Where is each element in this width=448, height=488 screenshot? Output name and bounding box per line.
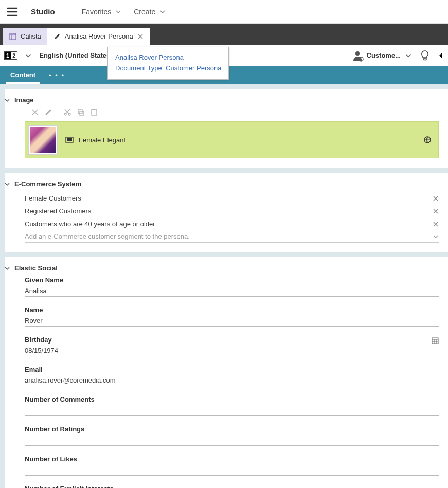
field-given-name: Given Name [25,276,439,297]
field-name: Name [25,306,439,327]
given-name-input[interactable] [25,285,439,297]
chevron-down-icon[interactable] [4,181,10,187]
remove-icon[interactable] [433,221,439,227]
segment-row[interactable]: Female Customers [25,192,439,205]
field-label: Birthday [25,336,439,344]
svg-rect-8 [78,110,82,114]
tab-content[interactable]: Content [6,67,40,84]
segment-label: Registered Customers [25,207,91,215]
tab-tooltip: Analisa Rover Persona Document Type: Cus… [107,47,229,80]
segment-add-placeholder: Add an e-Commerce customer segment to th… [25,232,190,240]
name-input[interactable] [25,315,439,327]
persona-icon [352,50,363,61]
panel-ecommerce-header[interactable]: E-Commerce System [14,180,439,188]
svg-point-6 [64,113,66,115]
app-header: Studio Favorites Create [0,0,448,24]
chevron-down-icon [405,52,412,59]
panel-title: Elastic Social [14,264,58,272]
app-title: Studio [31,7,55,16]
locale-label[interactable]: English (United States) [39,51,112,59]
panel-title: E-Commerce System [14,180,81,188]
lightbulb-icon[interactable] [419,50,431,61]
panel-elastic-header[interactable]: Elastic Social [14,264,439,272]
persona-selector[interactable]: Custome... [352,50,412,61]
panels-area: Image Female Elegant [0,84,448,488]
field-label: Name [25,306,439,314]
field-label: Number of Explicit Interests [25,485,439,488]
image-toolbar [31,108,439,116]
chevron-down-icon [433,233,439,240]
chevron-down-icon[interactable] [4,97,10,103]
field-label: Number of Ratings [25,425,439,433]
segment-row[interactable]: Customers who are 40 years of age or old… [25,218,439,230]
image-item-label: Female Elegant [79,136,126,144]
svg-point-5 [360,58,362,60]
chevron-down-icon [115,9,121,15]
num-ratings-input[interactable] [25,435,439,446]
field-num-interests: Number of Explicit Interests [25,485,439,488]
segment-add[interactable]: Add an e-Commerce customer segment to th… [25,230,439,243]
pencil-icon [53,33,61,40]
svg-rect-13 [67,138,72,141]
cut-icon[interactable] [63,108,71,116]
svg-rect-0 [10,33,16,40]
num-likes-input[interactable] [25,464,439,476]
birthday-input[interactable] [25,345,439,356]
tooltip-title: Analisa Rover Persona [115,52,221,63]
svg-rect-15 [432,338,438,344]
more-tabs-icon[interactable]: • • • [49,71,65,79]
chevron-down-icon[interactable] [4,265,10,272]
field-email: Email [25,366,439,386]
hamburger-icon[interactable] [6,6,19,18]
svg-point-7 [68,113,70,115]
globe-icon[interactable] [424,136,431,143]
field-num-ratings: Number of Ratings [25,425,439,446]
dashboard-icon [9,33,16,40]
panel-image-header[interactable]: Image [14,96,439,104]
copy-icon[interactable] [77,108,85,116]
num-comments-input[interactable] [25,405,439,416]
toggle-2: 2 [11,52,17,59]
field-label: Email [25,366,439,373]
menu-favorites-label: Favorites [82,8,112,16]
email-input[interactable] [25,375,439,386]
tab-strip: Calista Analisa Rover Persona [0,24,448,45]
remove-icon[interactable] [433,208,439,214]
tooltip-subtitle: Document Type: Customer Persona [115,63,221,74]
paste-icon[interactable] [90,108,98,116]
close-icon[interactable] [137,33,144,40]
delete-icon[interactable] [31,108,39,116]
chevron-down-icon[interactable] [25,52,32,59]
tab-analisa-rover-persona[interactable]: Analisa Rover Persona [47,28,150,45]
tab-label: Calista [21,32,41,40]
edit-icon[interactable] [44,108,52,116]
picture-icon [65,136,74,144]
chevron-left-icon[interactable] [438,52,444,59]
panel-elastic-social: Elastic Social Given Name Name Birthday … [5,257,448,488]
calendar-icon[interactable] [432,337,439,344]
segment-row[interactable]: Registered Customers [25,205,439,218]
menu-create-label: Create [134,8,155,16]
field-label: Number of Comments [25,395,439,403]
persona-label: Custome... [367,51,401,59]
chevron-down-icon [159,9,166,15]
panel-image: Image Female Elegant [5,89,448,168]
compare-toggle[interactable]: 1 2 [4,51,17,60]
info-bar: 1 2 English (United States) Analisa Rove… [0,45,448,66]
tab-calista[interactable]: Calista [3,28,47,45]
field-label: Number of Likes [25,455,439,463]
panel-title: Image [14,96,34,104]
field-label: Given Name [25,276,439,284]
image-thumbnail [28,125,58,155]
toggle-1: 1 [5,52,11,59]
svg-point-3 [355,51,360,56]
field-num-comments: Number of Comments [25,395,439,416]
image-item[interactable]: Female Elegant [25,121,439,158]
svg-rect-9 [80,111,84,115]
field-num-likes: Number of Likes [25,455,439,476]
menu-favorites[interactable]: Favorites [82,8,122,16]
segment-label: Customers who are 40 years of age or old… [25,220,155,228]
segment-label: Female Customers [25,194,81,202]
remove-icon[interactable] [433,195,439,202]
menu-create[interactable]: Create [134,8,166,16]
